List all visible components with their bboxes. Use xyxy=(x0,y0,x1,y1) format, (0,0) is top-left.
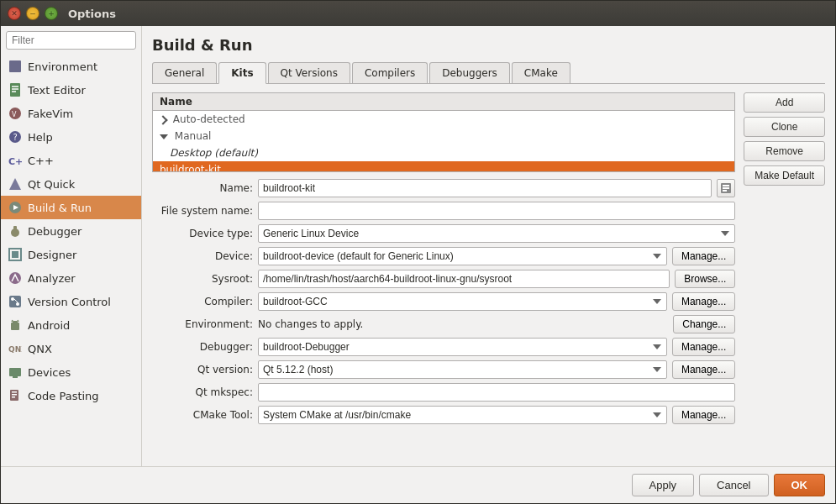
fakevim-icon: V xyxy=(8,106,23,121)
tab-cmake[interactable]: CMake xyxy=(512,62,570,83)
minimize-button[interactable]: − xyxy=(26,7,39,20)
sidebar-item-help[interactable]: ? Help xyxy=(1,125,141,149)
cmake-tool-select[interactable]: System CMake at /usr/bin/cmake xyxy=(258,406,667,424)
filesystem-input[interactable] xyxy=(258,202,735,220)
list-item-buildroot-kit[interactable]: buildroot-kit xyxy=(153,161,734,172)
sidebar-item-devices[interactable]: Devices xyxy=(1,360,141,384)
form-row-sysroot: Sysroot: Browse... xyxy=(152,270,735,288)
environment-value: No changes to apply. xyxy=(258,318,668,330)
form-row-name: Name: xyxy=(152,179,735,197)
qt-version-label: Qt version: xyxy=(152,364,253,375)
tab-qt-versions[interactable]: Qt Versions xyxy=(268,62,350,83)
svg-rect-16 xyxy=(12,251,18,258)
device-select[interactable]: buildroot-device (default for Generic Li… xyxy=(258,247,667,265)
device-type-label: Device type: xyxy=(152,228,253,239)
sidebar-item-build-run[interactable]: Build & Run xyxy=(1,196,141,219)
sidebar-item-text-editor[interactable]: Text Editor xyxy=(1,78,141,102)
debugger-icon xyxy=(8,223,23,239)
list-item[interactable]: Manual xyxy=(153,128,734,144)
sidebar-item-designer[interactable]: Designer xyxy=(1,243,141,266)
svg-point-19 xyxy=(11,297,14,301)
tab-compilers[interactable]: Compilers xyxy=(352,62,428,83)
sidebar-item-analyzer[interactable]: Analyzer xyxy=(1,266,141,290)
environment-icon xyxy=(8,59,23,74)
svg-rect-27 xyxy=(9,368,21,376)
svg-text:V: V xyxy=(12,111,17,118)
sidebar: Environment Text Editor V FakeVim xyxy=(1,26,142,466)
close-button[interactable]: ✕ xyxy=(8,7,21,20)
add-button[interactable]: Add xyxy=(744,92,825,113)
device-manage-button[interactable]: Manage... xyxy=(672,247,735,265)
name-icon-button[interactable] xyxy=(717,179,735,197)
sidebar-item-code-pasting[interactable]: Code Pasting xyxy=(1,384,141,407)
sidebar-item-fakevim[interactable]: V FakeVim xyxy=(1,102,141,125)
list-item-desktop[interactable]: Desktop (default) xyxy=(153,144,734,161)
sidebar-item-environment[interactable]: Environment xyxy=(1,55,141,78)
tab-kits[interactable]: Kits xyxy=(218,62,266,84)
analyzer-icon xyxy=(8,270,23,286)
svg-rect-31 xyxy=(12,394,17,396)
kit-details: Name: File system name: xyxy=(152,179,735,456)
sidebar-item-qt-quick[interactable]: Qt Quick xyxy=(1,172,141,196)
ok-button[interactable]: OK xyxy=(774,474,826,496)
form-row-compiler: Compiler: buildroot-GCC Manage... xyxy=(152,292,735,311)
qt-version-manage-button[interactable]: Manage... xyxy=(672,360,735,379)
text-editor-icon xyxy=(8,82,23,97)
qt-version-select[interactable]: Qt 5.12.2 (host) xyxy=(258,360,667,379)
sidebar-item-android[interactable]: Android xyxy=(1,313,141,337)
filter-input[interactable] xyxy=(6,31,136,50)
environment-label: Environment: xyxy=(152,318,253,330)
svg-rect-34 xyxy=(723,185,729,186)
sidebar-item-version-control[interactable]: Version Control xyxy=(1,290,141,313)
svg-rect-23 xyxy=(13,321,18,324)
tab-debuggers[interactable]: Debuggers xyxy=(429,62,510,83)
compiler-select[interactable]: buildroot-GCC xyxy=(258,292,667,311)
section-title: Build & Run xyxy=(152,36,825,54)
make-default-button[interactable]: Make Default xyxy=(744,165,825,186)
sidebar-item-cpp[interactable]: C++ C++ xyxy=(1,149,141,172)
sidebar-scroll: Environment Text Editor V FakeVim xyxy=(1,55,141,466)
kits-right-buttons: Add Clone Remove Make Default xyxy=(744,92,825,456)
svg-line-25 xyxy=(18,320,18,322)
tab-general[interactable]: General xyxy=(152,62,217,83)
compiler-manage-button[interactable]: Manage... xyxy=(672,292,735,311)
kit-list-header: Name xyxy=(153,93,734,111)
form-row-filesystem: File system name: xyxy=(152,202,735,220)
device-label: Device: xyxy=(152,250,253,262)
tabs-bar: General Kits Qt Versions Compilers Debug… xyxy=(152,62,825,84)
debugger-select[interactable]: buildroot-Debugger xyxy=(258,338,667,356)
debugger-manage-button[interactable]: Manage... xyxy=(672,338,735,356)
qt-mkspec-input[interactable] xyxy=(258,383,735,402)
list-item[interactable]: Auto-detected xyxy=(153,111,734,128)
apply-button[interactable]: Apply xyxy=(632,474,695,496)
help-icon: ? xyxy=(8,129,23,144)
name-input[interactable] xyxy=(258,179,712,197)
svg-rect-32 xyxy=(12,396,15,398)
build-run-icon xyxy=(8,200,23,215)
remove-button[interactable]: Remove xyxy=(744,141,825,161)
options-window: ✕ − + Options Environment Text Editor xyxy=(0,0,836,504)
svg-rect-1 xyxy=(10,83,20,97)
window-body: Environment Text Editor V FakeVim xyxy=(1,26,835,466)
sidebar-item-qnx[interactable]: QNX QNX xyxy=(1,337,141,360)
svg-marker-10 xyxy=(9,178,21,190)
sidebar-item-debugger[interactable]: Debugger xyxy=(1,219,141,243)
device-type-select[interactable]: Generic Linux Device xyxy=(258,224,735,243)
kit-list: Name Auto-detected Manual Desktop (defau… xyxy=(152,92,735,172)
cmake-tool-manage-button[interactable]: Manage... xyxy=(672,406,735,424)
environment-change-button[interactable]: Change... xyxy=(673,315,735,333)
svg-rect-35 xyxy=(723,187,729,189)
form-row-qt-mkspec: Qt mkspec: xyxy=(152,383,735,402)
cancel-button[interactable]: Cancel xyxy=(699,474,768,496)
svg-text:C++: C++ xyxy=(8,156,22,167)
sysroot-input[interactable] xyxy=(258,270,670,288)
svg-rect-30 xyxy=(12,391,17,393)
sysroot-browse-button[interactable]: Browse... xyxy=(675,270,735,288)
kits-panel: Name Auto-detected Manual Desktop (defau… xyxy=(152,92,825,456)
window-title: Options xyxy=(68,8,116,20)
maximize-button[interactable]: + xyxy=(45,7,58,20)
qt-mkspec-label: Qt mkspec: xyxy=(152,386,253,398)
clone-button[interactable]: Clone xyxy=(744,117,825,137)
form-row-debugger: Debugger: buildroot-Debugger Manage... xyxy=(152,338,735,356)
svg-rect-36 xyxy=(723,190,727,192)
